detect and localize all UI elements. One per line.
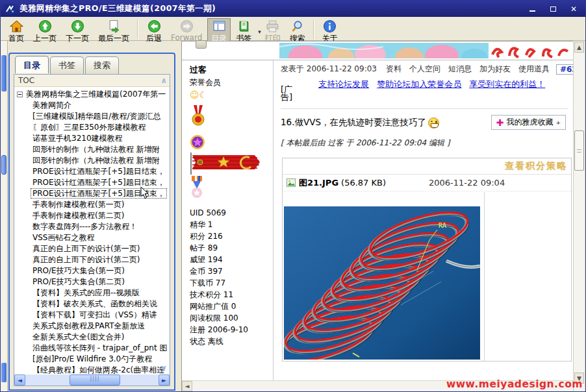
back-button[interactable]: 后退: [142, 18, 166, 45]
back-circle-icon: [147, 19, 161, 33]
toc-item[interactable]: [原创]Pro/E Wildfire 3.0勺子教程: [17, 354, 170, 365]
splitter-handle[interactable]: [196, 40, 207, 49]
tab-contents[interactable]: 目录: [15, 56, 49, 73]
toc-root-node[interactable]: 美雅网精华集之三维建模篇(2007年第一: [17, 88, 170, 100]
banner-calligraphy-image[interactable]: [489, 43, 572, 58]
tab-bookmarks[interactable]: 书签: [50, 56, 84, 74]
close-button[interactable]: ✕: [568, 5, 579, 14]
prev-page-button[interactable]: 上一页: [29, 18, 60, 45]
next-page-button[interactable]: 下一页: [62, 18, 93, 45]
scroll-up-icon[interactable]: ▲: [574, 42, 584, 53]
app-window: 美雅网精华集之PRO/E三维建模篇(2007年第一期) ✕ 首页 上一页 下一页…: [0, 0, 586, 392]
last-page-button[interactable]: 最后一页: [94, 18, 133, 45]
sidebar-tabs: 目录 书签 搜索: [15, 56, 120, 74]
maximize-button[interactable]: [548, 5, 558, 14]
toc-item[interactable]: VSS画钻石之教程: [17, 232, 170, 243]
toc-item[interactable]: 关系式原创教程及PART全新放送: [17, 321, 170, 332]
ad-link-sponsor[interactable]: 赞助论坛加入荣誉会员: [377, 79, 461, 89]
toc-item[interactable]: PRO/E技巧大集合(第二页): [17, 276, 170, 288]
toc-item[interactable]: 〖原创〗三星E350外形建模教程: [17, 122, 170, 133]
post-timestamp: 发表于 2006-11-22 09:03: [281, 64, 377, 75]
space-link[interactable]: 个人空间: [409, 64, 440, 75]
scroll-thumb[interactable]: [574, 130, 584, 171]
home-button[interactable]: 首页: [5, 18, 28, 45]
toc-item[interactable]: 全新关系式大全(图文合并): [17, 332, 170, 343]
ad-block: [广 支持论坛发展 赞助论坛加入荣誉会员 享受到实在的利益！ 告]: [281, 79, 568, 103]
toc-item[interactable]: 手表制作建模教程(第一页): [17, 199, 170, 210]
toc-box: TOC ∧ 美雅网精华集之三维建模篇(2007年第一 美雅网简介[三维建模版]精…: [14, 74, 170, 386]
tab-search[interactable]: 搜索: [85, 56, 119, 74]
toc-item[interactable]: 【资料下载】可变扫出（VSS）精讲: [17, 310, 170, 321]
stat-row: 精华 1: [190, 219, 269, 230]
window-title: 美雅网精华集之PRO/E三维建模篇(2007年第一期): [19, 3, 216, 14]
toc-item[interactable]: 美雅网简介: [17, 100, 170, 111]
svg-text:RA: RA: [439, 222, 446, 229]
content-vertical-scrollbar[interactable]: ▲ ▼: [573, 41, 584, 391]
toc-item[interactable]: PROE设计红酒瓶架子[+5]题目结束，: [17, 166, 170, 177]
content-pane: 过客 荣誉会员 ☺☾: [181, 41, 575, 391]
sidebar-panel: 目录 书签 搜索 TOC ∧ 美雅网精华集之三维建模篇(2007年第一 美雅网简…: [8, 53, 175, 391]
last-page-icon: [107, 19, 121, 33]
post-header: 发表于 2006-11-22 09:03 资料 个人空间 短消息 加为好友 使用…: [281, 64, 568, 75]
scroll-left-icon[interactable]: ◄: [182, 381, 192, 391]
message-link[interactable]: 短消息: [448, 64, 472, 75]
post-column: 发表于 2006-11-22 09:03 资料 个人空间 短消息 加为好友 使用…: [274, 60, 575, 380]
scroll-left-icon[interactable]: ◄: [14, 374, 25, 386]
user-emoticons: ☺☾: [190, 90, 269, 100]
arrow-up-circle-icon: [38, 19, 52, 33]
stat-row: 下载币 77: [190, 277, 269, 289]
scroll-right-icon[interactable]: ►: [159, 374, 170, 386]
minimize-button[interactable]: [527, 5, 537, 14]
scroll-thumb[interactable]: [70, 374, 120, 386]
toc-item[interactable]: 手表制作建模教程(第二页): [17, 210, 170, 221]
attachment-filename[interactable]: 图21.JPG: [299, 177, 338, 189]
toc-item[interactable]: PRO/E技巧大集合(第一页): [17, 265, 170, 276]
toc-item[interactable]: 回形针的制作（九种做法教程 新增附: [17, 155, 170, 166]
toc-item[interactable]: 真正的自上而下的设计(第一页): [17, 243, 170, 254]
toc-item[interactable]: 【经典教程】如何做两条-2c(曲率相连: [17, 365, 170, 374]
attachment-file-row: 图21.JPG (56.87 KB) 2006-11-22 09:04: [283, 175, 571, 191]
stat-row: 金币 397: [190, 265, 269, 277]
toc-horizontal-scrollbar[interactable]: ◄ ►: [14, 374, 170, 386]
toc-item[interactable]: 【资料】关系式的应用--视频版: [17, 288, 170, 299]
toc-item[interactable]: 沿曲线等弦长阵列 - trajpar_of_pnt 图: [17, 343, 170, 354]
magnifier-icon: [290, 19, 304, 33]
forward-button[interactable]: Forward: [167, 18, 206, 43]
strip-scroll-button[interactable]: [1, 363, 6, 382]
info-circle-icon: [323, 19, 337, 33]
divider: [281, 108, 568, 109]
username[interactable]: 过客: [190, 64, 269, 76]
scroll-up-chevron-icon[interactable]: ∧: [160, 77, 167, 84]
user-rank: 荣誉会员: [190, 77, 269, 88]
collapse-minus-icon[interactable]: [17, 92, 23, 97]
attachment-cell-divider: [484, 192, 485, 361]
use-tools-link[interactable]: 使用道具: [518, 64, 550, 75]
yahoo-favorite-button[interactable]: ✚ 我的雅虎收藏+: [491, 115, 566, 130]
attachment-spring-image[interactable]: RA: [284, 206, 480, 360]
attachment-box: 查看积分策略 图21.JPG (56.87 KB) 2006-11-22 09:…: [282, 158, 572, 361]
toc-item[interactable]: 真正的自上而下的设计(第二页): [17, 254, 170, 265]
toc-item[interactable]: 诺基亚手机3210建模教程: [17, 133, 170, 144]
toc-item[interactable]: [三维建模版]精华题目/教程/资源汇总: [17, 111, 170, 122]
bookmark-book-icon: [237, 19, 251, 33]
arrow-down-circle-icon: [71, 19, 84, 33]
toc-item[interactable]: 数字表盘阵列----多方法教程！: [17, 221, 170, 232]
toc-header: TOC ∧: [14, 75, 170, 87]
strip-scroll-thumb[interactable]: [1, 155, 6, 175]
forum-post: 过客 荣誉会员 ☺☾: [182, 60, 575, 380]
toc-item[interactable]: 【资料】破衣关系式、函数的相关说: [17, 299, 170, 310]
stat-row: UID 5069: [190, 207, 269, 219]
banner-photo-image[interactable]: [279, 43, 489, 58]
scroll-down-chevron-icon[interactable]: ∨: [160, 363, 167, 373]
edit-note: [ 本帖最后由 过客 于 2006-11-22 09:04 编辑 ]: [281, 138, 568, 149]
add-friend-link[interactable]: 加为好友: [479, 64, 511, 75]
profile-link[interactable]: 资料: [386, 64, 401, 75]
view-points-link[interactable]: 查看积分策略: [505, 160, 567, 172]
toc-item[interactable]: 回形针的制作（九种做法教程 新增附: [17, 144, 170, 155]
stat-row: 注册 2006-9-10: [190, 324, 269, 336]
toolbar: 首页 上一页 下一页 最后一页 后退 Forward 目录: [1, 17, 585, 41]
ad-link-support[interactable]: 支持论坛发展: [318, 79, 369, 89]
floor-number-badge[interactable]: #62: [556, 64, 575, 75]
round-badge-icon: [190, 134, 205, 150]
ad-link-benefit[interactable]: 享受到实在的利益！: [469, 79, 545, 89]
